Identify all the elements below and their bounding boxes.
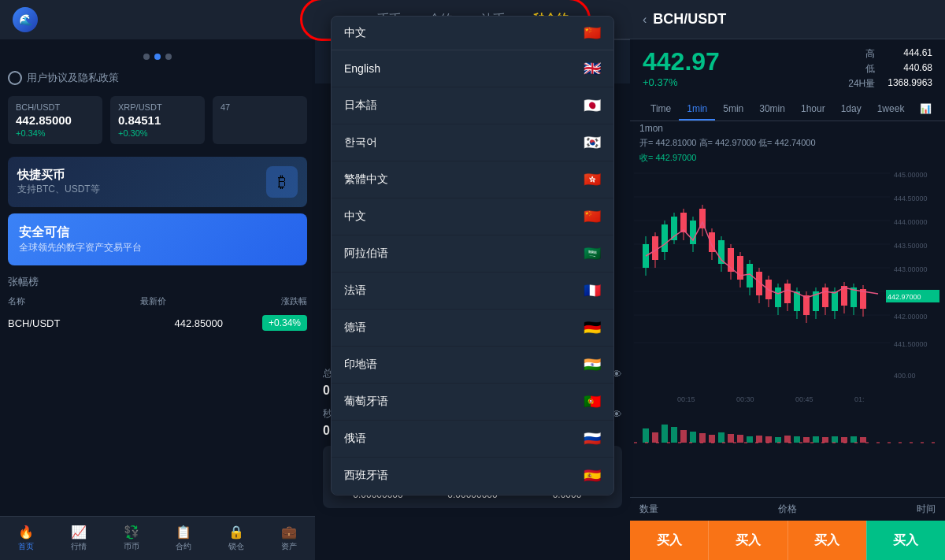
lang-german[interactable]: 德语 🇩🇪: [332, 310, 613, 347]
table-row[interactable]: BCH/USDT 442.85000 +0.34%: [8, 310, 307, 336]
price-info: 442.97 +0.37%: [643, 47, 720, 88]
ticker-count[interactable]: 47: [213, 96, 307, 144]
lang-french-label: 法语: [344, 284, 366, 298]
lang-french[interactable]: 法语 🇫🇷: [332, 273, 613, 310]
language-dropdown[interactable]: 中文 🇨🇳 English 🇬🇧 日本語 🇯🇵 한국어 🇰🇷 繁體中文 🇭🇰 中…: [331, 16, 614, 495]
price-section: 442.97 +0.37% 高 444.61 低 440.68 24H量 136…: [630, 39, 945, 98]
lang-japanese-label: 日本語: [344, 98, 377, 113]
volume-chart: [630, 413, 945, 444]
price-change: +0.37%: [643, 76, 720, 88]
time-btn-5min[interactable]: 5min: [715, 98, 751, 121]
nav-lock[interactable]: 🔒 锁仓: [210, 525, 263, 552]
time-btn-30min[interactable]: 30min: [751, 98, 793, 121]
main-price: 442.97: [643, 47, 720, 76]
svg-rect-81: [737, 435, 743, 443]
lang-english[interactable]: English 🇬🇧: [332, 50, 613, 87]
globe-icon: [8, 71, 22, 85]
ticker-bch-change: +0.34%: [16, 128, 94, 138]
dot-3[interactable]: [165, 54, 172, 60]
lang-german-label: 德语: [344, 321, 366, 335]
svg-rect-89: [813, 436, 819, 443]
gainers-section: 张幅榜 名称 最新价 涨跌幅 BCH/USDT 442.85000 +0.34%: [8, 272, 307, 336]
right-panel: ‹ BCH/USDT 442.97 +0.37% 高 444.61 低 440.…: [630, 0, 945, 560]
svg-rect-76: [690, 432, 696, 443]
market-icon: 📈: [71, 525, 87, 540]
svg-text:00:15: 00:15: [677, 395, 695, 403]
lang-spanish[interactable]: 西班牙语 🇪🇸: [332, 458, 613, 495]
svg-text:442.97000: 442.97000: [888, 293, 921, 301]
low-value: 440.68: [888, 62, 932, 76]
carousel-dots: [8, 54, 307, 60]
lang-portuguese-label: 葡萄牙语: [344, 395, 388, 409]
lang-chinese-flag: 🇨🇳: [584, 208, 601, 225]
lang-russian[interactable]: 俄语 🇷🇺: [332, 421, 613, 458]
buy-buttons: 买入 买入 买入 买入: [630, 521, 945, 560]
time-btn-1day[interactable]: 1day: [833, 98, 869, 121]
nav-spot[interactable]: 💱 币币: [105, 525, 158, 552]
ticker-bch[interactable]: BCH/USDT 442.85000 +0.34%: [8, 96, 102, 144]
chart-area: 1mon 开= 442.81000 高= 442.97000 低= 442.74…: [630, 121, 945, 497]
buy-btn-3[interactable]: 买入: [788, 521, 866, 560]
svg-rect-22: [662, 224, 668, 252]
lang-korean[interactable]: 한국어 🇰🇷: [332, 124, 613, 161]
ticker-xrp[interactable]: XRP/USDT 0.84511 +0.30%: [110, 96, 205, 144]
time-btn-1min[interactable]: 1min: [679, 98, 715, 121]
time-label: 时间: [917, 503, 936, 516]
lang-arabic[interactable]: 阿拉伯语 🇸🇦: [332, 235, 613, 273]
lang-chinese[interactable]: 中文 🇨🇳: [332, 198, 613, 235]
back-arrow[interactable]: ‹: [643, 13, 647, 27]
svg-text:445.00000: 445.00000: [894, 171, 928, 179]
safe-banner[interactable]: 安全可信 全球领先的数字资产交易平台: [8, 213, 307, 265]
svg-rect-85: [775, 437, 781, 443]
bitcoin-icon: ₿: [266, 166, 298, 198]
dot-1[interactable]: [143, 54, 150, 60]
lock-icon: 🔒: [228, 525, 244, 540]
chart-svg: 445.00000 444.50000 444.00000 443.50000 …: [630, 165, 945, 410]
time-btn-1week[interactable]: 1week: [869, 98, 913, 121]
current-lang-flag: 🇨🇳: [584, 24, 601, 42]
high-label: 高: [848, 47, 875, 61]
nav-assets-left[interactable]: 💼 资产: [262, 525, 315, 552]
quick-buy-banner[interactable]: 快捷买币 支持BTC、USDT等 ₿: [8, 157, 307, 207]
high-value: 444.61: [888, 47, 932, 61]
candlestick-chart: 445.00000 444.50000 444.00000 443.50000 …: [630, 165, 945, 410]
svg-rect-86: [784, 436, 791, 443]
ticker-bch-name: BCH/USDT: [16, 102, 94, 112]
left-content: 用户协议及隐私政策 BCH/USDT 442.85000 +0.34% XRP/…: [0, 39, 315, 516]
lang-trad-chinese-flag: 🇭🇰: [584, 171, 601, 188]
lang-trad-chinese[interactable]: 繁體中文 🇭🇰: [332, 161, 613, 198]
lang-arabic-label: 阿拉伯语: [344, 247, 388, 261]
buy-btn-2[interactable]: 买入: [708, 521, 787, 560]
lang-spanish-flag: 🇪🇸: [584, 467, 601, 484]
buy-btn-4[interactable]: 买入: [866, 521, 945, 560]
dot-2[interactable]: [154, 54, 161, 60]
qty-label: 数量: [639, 503, 658, 516]
lang-portuguese-flag: 🇵🇹: [584, 393, 601, 410]
time-btn-chart-type[interactable]: 📊: [912, 98, 939, 121]
nav-market[interactable]: 📈 行情: [53, 525, 106, 552]
safe-title: 安全可信: [19, 224, 296, 241]
lang-header: 中文 🇨🇳: [332, 17, 613, 50]
time-selector: Time 1min 5min 30min 1hour 1day 1week 📊: [630, 98, 945, 121]
time-btn-time[interactable]: Time: [643, 98, 679, 121]
futures-icon: 📋: [176, 525, 191, 540]
right-header: ‹ BCH/USDT: [630, 0, 945, 39]
svg-text:00:45: 00:45: [795, 395, 813, 403]
ohlc-info: 开= 442.81000 高= 442.97000 低= 442.74000: [630, 135, 945, 150]
svg-text:443.50000: 443.50000: [894, 242, 928, 250]
lang-russian-flag: 🇷🇺: [584, 430, 601, 447]
svg-rect-20: [652, 236, 658, 260]
svg-text:444.00000: 444.00000: [894, 218, 928, 226]
nav-home[interactable]: 🔥 首页: [0, 525, 53, 552]
assets-icon-left: 💼: [281, 525, 297, 540]
buy-btn-1[interactable]: 买入: [630, 521, 708, 560]
nav-futures[interactable]: 📋 合约: [158, 525, 210, 552]
close-info: 收= 442.97000: [630, 150, 945, 165]
lang-hindi[interactable]: 印地语 🇮🇳: [332, 347, 613, 384]
lang-japanese[interactable]: 日本語 🇯🇵: [332, 87, 613, 124]
time-btn-1hour[interactable]: 1hour: [793, 98, 833, 121]
lang-spanish-label: 西班牙语: [344, 469, 388, 483]
svg-rect-79: [718, 432, 724, 443]
user-policy-link[interactable]: 用户协议及隐私政策: [8, 66, 307, 90]
lang-portuguese[interactable]: 葡萄牙语 🇵🇹: [332, 384, 613, 421]
